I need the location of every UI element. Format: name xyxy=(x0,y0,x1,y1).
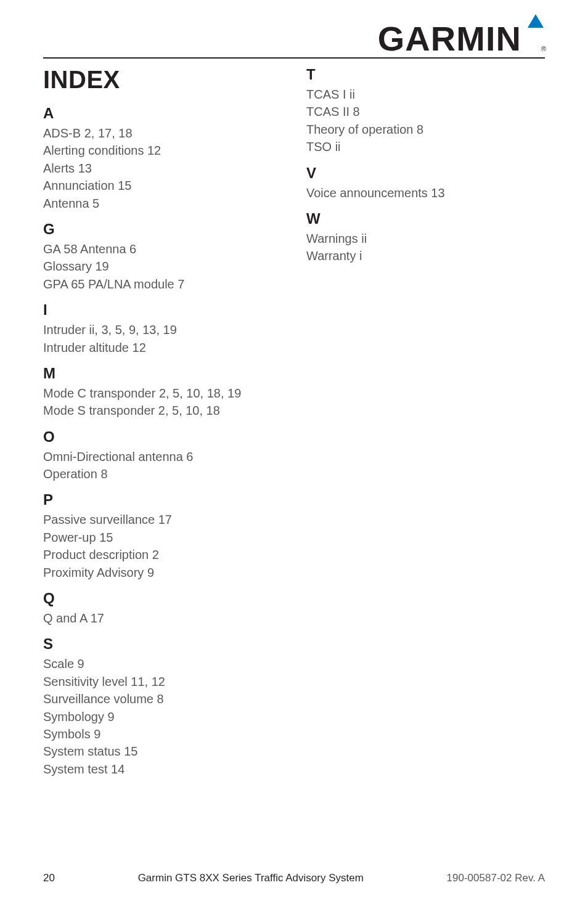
logo-text: GARMIN xyxy=(378,22,521,56)
index-group-s: SScale 9Sensitivity level 11, 12Surveill… xyxy=(43,635,282,778)
index-entry: Scale 9 xyxy=(43,655,282,672)
index-letter-heading: M xyxy=(43,365,282,382)
index-entry: Q and A 17 xyxy=(43,609,282,627)
page-footer: 20 Garmin GTS 8XX Series Traffic Advisor… xyxy=(0,872,588,884)
index-group-v: VVoice announcements 13 xyxy=(306,165,545,202)
index-entry: Warnings ii xyxy=(306,230,545,247)
index-entry: Intruder altitude 12 xyxy=(43,339,282,356)
index-entry: Operation 8 xyxy=(43,465,282,483)
index-entry: TSO ii xyxy=(306,138,545,155)
index-group-a: AADS-B 2, 17, 18Alerting conditions 12Al… xyxy=(43,105,282,212)
index-letter-heading: W xyxy=(306,210,545,227)
index-entry: Warranty i xyxy=(306,247,545,264)
index-entry: Symbology 9 xyxy=(43,708,282,725)
index-entry: Glossary 19 xyxy=(43,258,282,275)
header-rule: GARMIN ® xyxy=(43,22,545,59)
index-entry: Theory of operation 8 xyxy=(306,121,545,138)
registered-mark: ® xyxy=(541,45,546,52)
index-group-g: GGA 58 Antenna 6Glossary 19GPA 65 PA/LNA… xyxy=(43,221,282,293)
garmin-logo: GARMIN ® xyxy=(378,22,545,56)
index-letter-heading: O xyxy=(43,428,282,446)
index-group-p: PPassive surveillance 17Power-up 15Produ… xyxy=(43,491,282,581)
index-letter-heading: T xyxy=(306,66,545,83)
index-letter-heading: A xyxy=(43,105,282,122)
index-group-w: WWarnings iiWarranty i xyxy=(306,210,545,265)
index-entry: Symbols 9 xyxy=(43,725,282,743)
page-number: 20 xyxy=(43,872,55,884)
index-entry: Alerts 13 xyxy=(43,160,282,177)
index-entry: Antenna 5 xyxy=(43,195,282,212)
index-letter-heading: Q xyxy=(43,590,282,607)
index-entry: Proximity Advisory 9 xyxy=(43,564,282,581)
index-entry: GPA 65 PA/LNA module 7 xyxy=(43,275,282,293)
index-entry: TCAS I ii xyxy=(306,86,545,103)
index-entry: TCAS II 8 xyxy=(306,103,545,120)
index-entry: Power-up 15 xyxy=(43,529,282,546)
index-entry: Alerting conditions 12 xyxy=(43,142,282,159)
index-group-i: IIntruder ii, 3, 5, 9, 13, 19Intruder al… xyxy=(43,301,282,356)
index-left-column: INDEX AADS-B 2, 17, 18Alerting condition… xyxy=(43,66,294,778)
index-entry: Sensitivity level 11, 12 xyxy=(43,673,282,690)
index-letter-heading: S xyxy=(43,635,282,653)
index-entry: Mode C transponder 2, 5, 10, 18, 19 xyxy=(43,385,282,402)
footer-revision: 190-00587-02 Rev. A xyxy=(447,872,545,884)
index-group-q: QQ and A 17 xyxy=(43,590,282,627)
index-entry: System status 15 xyxy=(43,743,282,760)
index-entry: Annunciation 15 xyxy=(43,177,282,194)
index-right-column: TTCAS I iiTCAS II 8Theory of operation 8… xyxy=(294,66,545,778)
index-group-o: OOmni-Directional antenna 6Operation 8 xyxy=(43,428,282,483)
index-group-t: TTCAS I iiTCAS II 8Theory of operation 8… xyxy=(306,66,545,156)
index-entry: Product description 2 xyxy=(43,546,282,563)
index-group-m: MMode C transponder 2, 5, 10, 18, 19Mode… xyxy=(43,365,282,420)
index-entry: ADS-B 2, 17, 18 xyxy=(43,124,282,142)
index-entry: Mode S transponder 2, 5, 10, 18 xyxy=(43,402,282,419)
index-letter-heading: G xyxy=(43,221,282,238)
index-entry: Passive surveillance 17 xyxy=(43,511,282,528)
svg-marker-0 xyxy=(528,14,544,28)
index-letter-heading: P xyxy=(43,491,282,508)
index-entry: Voice announcements 13 xyxy=(306,184,545,202)
footer-title: Garmin GTS 8XX Series Traffic Advisory S… xyxy=(138,872,364,884)
index-letter-heading: V xyxy=(306,165,545,182)
index-entry: Surveillance volume 8 xyxy=(43,690,282,707)
index-entry: System test 14 xyxy=(43,760,282,778)
index-letter-heading: I xyxy=(43,301,282,319)
index-entry: Omni-Directional antenna 6 xyxy=(43,448,282,465)
garmin-triangle-icon xyxy=(528,14,544,30)
page-title: INDEX xyxy=(43,66,282,94)
index-entry: GA 58 Antenna 6 xyxy=(43,240,282,258)
index-entry: Intruder ii, 3, 5, 9, 13, 19 xyxy=(43,321,282,338)
